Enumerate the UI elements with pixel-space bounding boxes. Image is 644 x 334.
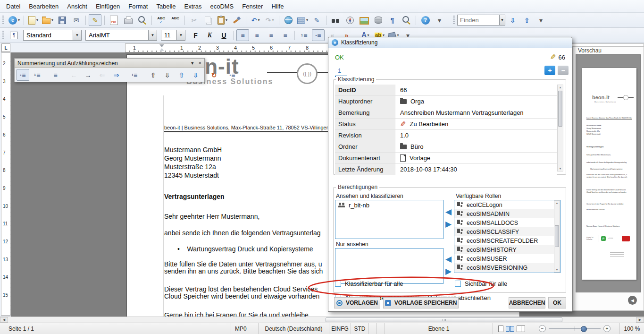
restart-numbering-icon[interactable]: ↻ [208, 69, 220, 81]
italic-button[interactable]: K [203, 29, 216, 41]
find-previous-icon[interactable]: ⇧ [520, 14, 533, 26]
visible-all-checkbox[interactable] [455, 281, 461, 287]
move-up-icon[interactable]: ⇧ [147, 69, 159, 81]
view-classify-list[interactable]: r_bit-nb [335, 200, 443, 239]
demote-level-icon[interactable]: → [82, 69, 94, 81]
preview-collapse-button[interactable]: ◀ [628, 296, 637, 305]
chevron-down-icon[interactable]: ▼ [73, 30, 81, 40]
move-left-icon[interactable]: ◀ [445, 208, 452, 216]
chevron-down-icon[interactable]: ▾ [226, 18, 227, 22]
fields-scrollbar[interactable]: ▲ ▼ [557, 85, 563, 171]
scroll-up-icon[interactable]: ▲ [558, 85, 563, 90]
align-center-icon[interactable]: ≡ [251, 29, 263, 41]
scrollbar-thumb[interactable] [558, 91, 562, 127]
zoom-out-icon[interactable]: − [539, 325, 546, 332]
find-dropdown-button[interactable]: ▼ [499, 15, 505, 25]
multi-page-view-icon[interactable] [506, 326, 514, 332]
save-template-button[interactable]: VORLAGE SPEICHERN [383, 297, 459, 308]
formatting-marks-icon[interactable]: ¶ [386, 14, 399, 26]
chevron-down-icon[interactable]: ▾ [36, 18, 38, 22]
toolbar-more-icon[interactable]: ▾ [535, 14, 547, 26]
scroll-down-icon[interactable]: ▼ [554, 267, 560, 272]
data-sources-icon[interactable] [372, 14, 385, 26]
move-down-subpoints-icon[interactable]: ⇩ [189, 69, 202, 81]
move-up-subpoints-icon[interactable]: ⇧ [175, 69, 188, 81]
status-language[interactable]: Deutsch (Deutschland) [259, 323, 329, 334]
bullet-list-icon[interactable]: •≡ [17, 69, 29, 81]
role-list-item[interactable]: ecoSIMSUSER [454, 254, 560, 263]
menu-item-tabelle[interactable]: Tabelle [152, 2, 180, 11]
navigator-icon[interactable] [343, 14, 356, 26]
role-list-item[interactable]: ecoSIMSALLDOCS [454, 218, 560, 227]
toolbar-grip[interactable] [2, 16, 4, 25]
autospellcheck-icon[interactable]: ABC~ [169, 14, 182, 26]
chevron-down-icon[interactable]: ▾ [258, 18, 259, 22]
menu-item-datei[interactable]: Datei [2, 2, 25, 11]
scrollbar-thumb[interactable] [326, 317, 562, 322]
align-left-icon[interactable]: ≡ [236, 29, 249, 41]
edit-mode-icon[interactable]: ✎ [89, 14, 101, 26]
gallery-icon[interactable] [358, 14, 370, 26]
dialog-titlebar[interactable]: e Klassifizierung [328, 37, 572, 48]
templates-button[interactable]: VORLAGEN [334, 297, 380, 308]
status-modified[interactable] [369, 323, 377, 334]
draw-functions-icon[interactable]: ✎ [310, 14, 323, 26]
paste-icon[interactable]: ▾ [216, 14, 229, 26]
cancel-button[interactable]: ABBRECHEN [509, 297, 545, 308]
chevron-down-icon[interactable]: ▾ [51, 18, 53, 22]
paragraph-style-icon[interactable]: ¶ [8, 29, 20, 41]
role-list-item[interactable]: ecoSIMSCLASSIFY [454, 227, 560, 236]
status-layer[interactable]: Ebene 1 [385, 323, 493, 334]
field-value[interactable]: 66 [395, 85, 557, 95]
numbered-list-icon[interactable]: 1≡ [298, 29, 310, 41]
font-name-combobox[interactable]: ArialMT ▼ [85, 30, 157, 41]
scrollbar-thumb[interactable] [555, 225, 559, 247]
find-next-icon[interactable]: ⇩ [506, 14, 519, 26]
role-list-item[interactable]: ecoICELogon [454, 200, 560, 209]
menu-item-extras[interactable]: Extras [180, 2, 206, 11]
scroll-left-icon[interactable]: ◀ [0, 317, 8, 323]
font-size-combobox[interactable]: 11 ▼ [161, 30, 185, 41]
preview-page[interactable]: beon-it Business Solutions beon-it | Bus… [582, 68, 636, 280]
scroll-up-icon[interactable]: ▲ [554, 201, 560, 206]
move-left-icon[interactable]: ◀ [445, 255, 452, 263]
menu-item-bearbeiten[interactable]: Bearbeiten [25, 2, 63, 11]
ecodms-launcher-icon[interactable]: e▾ [8, 14, 21, 26]
find-input[interactable] [458, 17, 499, 24]
field-value[interactable]: Vorlage [395, 153, 557, 163]
align-justify-icon[interactable]: ≡ [279, 29, 292, 41]
menu-item-fenster[interactable]: Fenster [238, 2, 267, 11]
classifiable-all-checkbox[interactable] [335, 281, 341, 287]
role-list-item[interactable]: ecoSIMSCREATEFOLDER [454, 236, 560, 245]
group-list-item[interactable]: r_bit-nb [335, 200, 443, 210]
field-value[interactable]: 1.0 [395, 130, 557, 141]
field-value[interactable]: Büro [395, 141, 557, 152]
field-value[interactable]: ✎Zu Bearbeiten [395, 119, 557, 129]
status-signature[interactable] [377, 323, 385, 334]
demote-subpoints-icon[interactable]: ⇒ [110, 69, 123, 81]
classification-tab-1[interactable]: 1 [338, 67, 341, 74]
toolbar-more-icon[interactable]: ▾ [433, 14, 446, 26]
menu-item-format[interactable]: Format [124, 2, 152, 11]
scroll-down-icon[interactable]: ▼ [558, 166, 563, 171]
chevron-down-icon[interactable]: ▼ [176, 30, 185, 40]
available-roles-list[interactable]: ecoICELogonecoSIMSADMINecoSIMSALLDOCSeco… [454, 200, 560, 273]
status-insert-mode[interactable]: EINFG [329, 323, 351, 334]
menu-item-einf-gen[interactable]: Einfügen [92, 2, 124, 11]
single-page-view-icon[interactable] [498, 325, 503, 332]
bold-button[interactable]: F [189, 29, 202, 41]
clone-formatting-icon[interactable] [230, 14, 243, 26]
find-replace-icon[interactable] [329, 14, 342, 26]
toolbar-grip[interactable] [2, 31, 4, 40]
role-list-item[interactable]: ecoSIMSVERSIONING [454, 263, 560, 272]
insert-unnumbered-entry-icon[interactable]: I≡ [128, 69, 141, 81]
horizontal-scrollbar[interactable]: ◀ ▶ [0, 317, 644, 323]
print-icon[interactable] [122, 14, 134, 26]
scroll-right-icon[interactable]: ▶ [636, 317, 644, 323]
field-value[interactable]: 2018-10-03 17:44:30 [395, 164, 557, 175]
no-list-icon[interactable]: ≡ [49, 69, 62, 81]
open-folder-icon[interactable]: ▾ [41, 14, 54, 26]
chevron-down-icon[interactable]: ▼ [148, 30, 157, 40]
zoom-slider[interactable] [549, 328, 601, 329]
vertical-ruler[interactable]: 23456789101112131415 [1, 52, 11, 316]
